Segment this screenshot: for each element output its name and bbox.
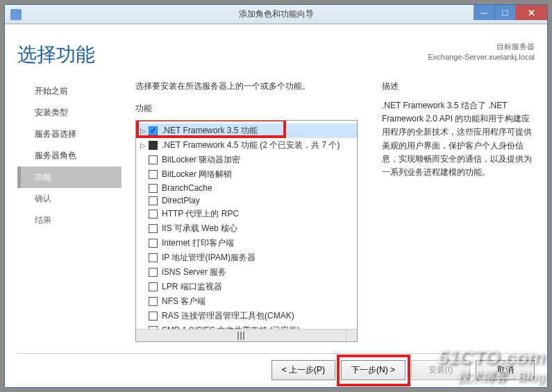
feature-label: NFS 客户端 (162, 296, 206, 307)
next-button-wrap: 下一步(N) > (341, 360, 405, 380)
feature-item-9[interactable]: IP 地址管理(IPAM)服务器 (136, 250, 357, 265)
feature-label: BranchCache (162, 183, 212, 193)
feature-label: BitLocker 网络解锁 (162, 169, 232, 180)
description-label: 描述 (382, 80, 535, 92)
window-title: 添加角色和功能向导 (239, 8, 314, 20)
checkbox[interactable] (149, 184, 158, 193)
description-text: .NET Framework 3.5 结合了 .NET Framework 2.… (382, 99, 535, 179)
sidebar-item-0[interactable]: 开始之前 (17, 80, 122, 102)
sidebar-item-1[interactable]: 安装类型 (17, 102, 122, 123)
feature-item-1[interactable]: ▷.NET Framework 4.5 功能 (2 个已安装，共 7 个) (136, 138, 357, 153)
feature-item-0[interactable]: ▷.NET Framework 3.5 功能 (136, 123, 357, 138)
install-button[interactable]: 安装(I) (411, 360, 470, 380)
target-label: 目标服务器 (428, 42, 535, 52)
expand-icon[interactable]: ▷ (139, 142, 147, 149)
feature-label: iSNS Server 服务 (162, 266, 226, 278)
feature-label: RAS 连接管理器管理工具包(CMAK) (162, 310, 294, 322)
feature-item-2[interactable]: BitLocker 驱动器加密 (136, 153, 357, 167)
feature-label: Internet 打印客户端 (162, 237, 234, 249)
sidebar-item-6[interactable]: 结果 (17, 210, 122, 231)
titlebar: 添加角色和功能向导 ─ □ ✕ (5, 5, 547, 24)
checkbox[interactable] (149, 155, 158, 164)
feature-label: .NET Framework 4.5 功能 (2 个已安装，共 7 个) (162, 139, 340, 151)
checkbox[interactable] (149, 196, 158, 205)
checkbox[interactable] (149, 312, 158, 321)
instruction-text: 选择要安装在所选服务器上的一个或多个功能。 (135, 80, 368, 92)
page-header: 选择功能 目标服务器 Exchange-Server.xuelankj.loca… (17, 42, 535, 68)
expand-icon[interactable]: ▷ (139, 127, 147, 135)
feature-label: BitLocker 驱动器加密 (162, 154, 240, 166)
next-button[interactable]: 下一步(N) > (341, 360, 405, 380)
checkbox[interactable] (149, 170, 158, 179)
feature-label: IP 地址管理(IPAM)服务器 (162, 252, 256, 264)
page-title: 选择功能 (17, 42, 95, 68)
feature-item-14[interactable]: SMB 1.0/CIFS 文件共享支持 (已安装) (136, 323, 357, 329)
description-pane: 描述 .NET Framework 3.5 结合了 .NET Framework… (382, 80, 535, 342)
checkbox[interactable] (149, 282, 158, 291)
checkbox[interactable] (149, 141, 158, 150)
target-server-info: 目标服务器 Exchange-Server.xuelankj.local (428, 42, 535, 63)
feature-item-4[interactable]: BranchCache (136, 182, 357, 194)
minimize-button[interactable]: ─ (474, 5, 494, 20)
feature-item-10[interactable]: iSNS Server 服务 (136, 265, 357, 280)
previous-button[interactable]: < 上一步(P) (271, 360, 335, 380)
window-controls: ─ □ ✕ (474, 5, 547, 24)
wizard-window: 添加角色和功能向导 ─ □ ✕ 选择功能 目标服务器 Exchange-Serv… (4, 4, 548, 388)
sidebar-item-2[interactable]: 服务器选择 (17, 123, 122, 145)
divider (17, 353, 535, 354)
feature-label: LPR 端口监视器 (162, 281, 222, 293)
content-area: 选择功能 目标服务器 Exchange-Server.xuelankj.loca… (5, 24, 547, 352)
checkbox[interactable] (149, 126, 158, 135)
button-bar: < 上一步(P) 下一步(N) > 安装(I) 取消 (271, 360, 535, 380)
checkbox[interactable] (149, 268, 158, 277)
checkbox[interactable] (149, 210, 158, 219)
feature-label: IIS 可承载 Web 核心 (162, 223, 237, 235)
cancel-button[interactable]: 取消 (476, 360, 535, 380)
features-list[interactable]: ▷.NET Framework 3.5 功能▷.NET Framework 4.… (136, 121, 357, 329)
feature-label: HTTP 代理上的 RPC (162, 208, 239, 220)
feature-label: DirectPlay (162, 196, 200, 205)
horizontal-scrollbar[interactable] (136, 329, 346, 341)
app-icon (10, 9, 22, 20)
sidebar-item-3[interactable]: 服务器角色 (17, 145, 122, 167)
sidebar-item-4[interactable]: 功能 (17, 167, 122, 188)
checkbox[interactable] (149, 239, 158, 248)
checkbox[interactable] (149, 253, 158, 262)
wizard-sidebar: 开始之前安装类型服务器选择服务器角色功能确认结果 (17, 80, 122, 342)
feature-label: .NET Framework 3.5 功能 (162, 125, 258, 137)
feature-item-7[interactable]: IIS 可承载 Web 核心 (136, 221, 357, 236)
feature-item-8[interactable]: Internet 打印客户端 (136, 236, 357, 250)
center-pane: 选择要安装在所选服务器上的一个或多个功能。 功能 ▷.NET Framework… (122, 80, 382, 342)
main-area: 开始之前安装类型服务器选择服务器角色功能确认结果 选择要安装在所选服务器上的一个… (17, 80, 535, 342)
feature-item-12[interactable]: NFS 客户端 (136, 294, 357, 309)
checkbox[interactable] (149, 224, 158, 233)
scrollbar-corner (346, 329, 357, 341)
sidebar-item-5[interactable]: 确认 (17, 188, 122, 210)
maximize-button[interactable]: □ (494, 5, 515, 20)
checkbox[interactable] (149, 297, 158, 306)
features-label: 功能 (135, 103, 368, 114)
feature-item-11[interactable]: LPR 端口监视器 (136, 280, 357, 294)
target-server-name: Exchange-Server.xuelankj.local (428, 52, 535, 62)
close-button[interactable]: ✕ (515, 5, 547, 20)
features-listbox: ▷.NET Framework 3.5 功能▷.NET Framework 4.… (135, 120, 358, 342)
feature-item-6[interactable]: HTTP 代理上的 RPC (136, 207, 357, 221)
feature-item-5[interactable]: DirectPlay (136, 194, 357, 207)
scrollbar-thumb[interactable] (227, 332, 255, 340)
feature-item-3[interactable]: BitLocker 网络解锁 (136, 167, 357, 182)
feature-item-13[interactable]: RAS 连接管理器管理工具包(CMAK) (136, 309, 357, 323)
